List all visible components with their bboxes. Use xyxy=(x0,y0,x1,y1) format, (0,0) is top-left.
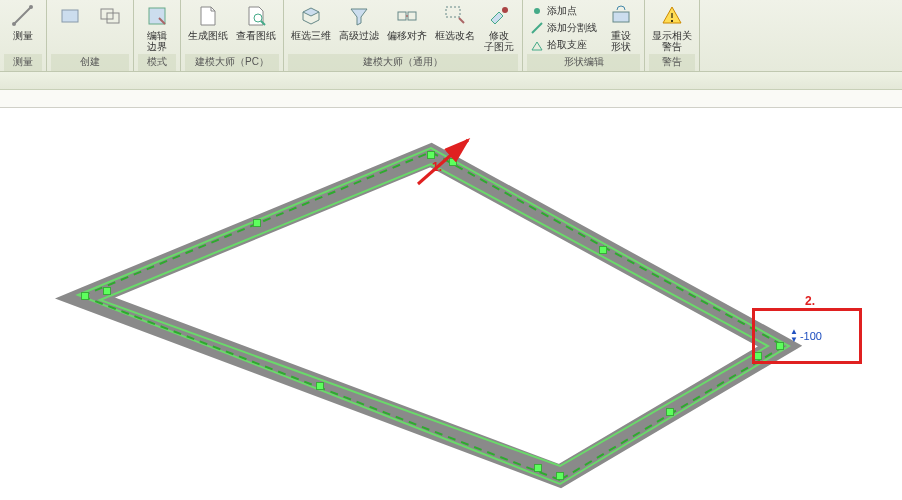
filter-label: 高级过滤 xyxy=(339,30,379,41)
svg-line-0 xyxy=(14,7,31,24)
warning-icon xyxy=(660,4,684,28)
shape-handle[interactable] xyxy=(556,472,564,480)
svg-point-13 xyxy=(502,7,508,13)
modify-sub-label: 修改 子图元 xyxy=(484,30,514,52)
svg-point-14 xyxy=(534,8,540,14)
ribbon-group-pc: 生成图纸 查看图纸 建模大师（PC） xyxy=(181,0,284,71)
modify-sub-button[interactable]: 修改 子图元 xyxy=(480,2,518,54)
elevation-value: -100 xyxy=(800,330,822,342)
spinner-down-icon[interactable]: ▼ xyxy=(790,336,798,344)
pick-support-icon xyxy=(530,38,544,52)
gen-drawing-button[interactable]: 生成图纸 xyxy=(185,2,231,43)
edit-boundary-label: 编辑 边界 xyxy=(147,30,167,52)
ribbon-group-label: 警告 xyxy=(649,54,695,71)
add-point-icon xyxy=(530,4,544,18)
create1-icon xyxy=(58,4,82,28)
svg-line-15 xyxy=(532,23,542,33)
create2-button[interactable] xyxy=(91,2,129,32)
annotation-label-1: 1. xyxy=(432,160,442,174)
svg-rect-3 xyxy=(62,10,78,22)
box3d-button[interactable]: 框选三维 xyxy=(288,2,334,43)
box-rename-label: 框选改名 xyxy=(435,30,475,41)
shape-handle[interactable] xyxy=(534,464,542,472)
measure-button[interactable]: 测量 xyxy=(4,2,42,43)
svg-rect-9 xyxy=(398,12,406,20)
svg-point-1 xyxy=(12,22,16,26)
measure-label: 测量 xyxy=(13,30,33,41)
pick-support-button[interactable]: 拾取支座 xyxy=(527,37,600,53)
ribbon-group-create: 创建 xyxy=(47,0,134,71)
add-split-label: 添加分割线 xyxy=(547,21,597,35)
box3d-icon xyxy=(299,4,323,28)
svg-point-18 xyxy=(671,20,673,22)
shape-handle[interactable] xyxy=(427,151,435,159)
add-point-button[interactable]: 添加点 xyxy=(527,3,600,19)
gen-drawing-label: 生成图纸 xyxy=(188,30,228,41)
view-drawing-label: 查看图纸 xyxy=(236,30,276,41)
filter-icon xyxy=(347,4,371,28)
ribbon-group-label: 创建 xyxy=(51,54,129,71)
ribbon-group-label: 测量 xyxy=(4,54,42,71)
ribbon-group-label: 形状编辑 xyxy=(527,54,640,71)
create1-button[interactable] xyxy=(51,2,89,32)
show-warning-button[interactable]: 显示相关 警告 xyxy=(649,2,695,54)
box-rename-button[interactable]: 框选改名 xyxy=(432,2,478,43)
reset-shape-label: 重设 形状 xyxy=(611,30,631,52)
shape-handle[interactable] xyxy=(599,246,607,254)
filter-button[interactable]: 高级过滤 xyxy=(336,2,382,43)
gen-drawing-icon xyxy=(196,4,220,28)
shape-handle[interactable] xyxy=(449,158,457,166)
ribbon-group-label: 建模大师（PC） xyxy=(185,54,279,71)
spinner-arrows[interactable]: ▲ ▼ xyxy=(790,328,798,344)
view-drawing-icon xyxy=(244,4,268,28)
annotation-label-2: 2. xyxy=(805,294,815,308)
offset-align-button[interactable]: 偏移对齐 xyxy=(384,2,430,43)
svg-point-2 xyxy=(29,5,33,9)
edit-boundary-icon xyxy=(145,4,169,28)
sub-ribbon-bar xyxy=(0,72,902,90)
ribbon-group-warning: 显示相关 警告 警告 xyxy=(645,0,700,71)
ribbon-group-mode: 编辑 边界 模式 xyxy=(134,0,181,71)
ribbon-group-shape-edit: 添加点 添加分割线 拾取支座 重设 形状 形状编辑 xyxy=(523,0,645,71)
shape-handle[interactable] xyxy=(253,219,261,227)
shape-handle[interactable] xyxy=(316,382,324,390)
create2-icon xyxy=(98,4,122,28)
svg-rect-16 xyxy=(613,12,629,22)
shape-handle[interactable] xyxy=(103,287,111,295)
pick-support-label: 拾取支座 xyxy=(547,38,587,52)
add-point-label: 添加点 xyxy=(547,4,577,18)
box-rename-icon xyxy=(443,4,467,28)
svg-rect-10 xyxy=(408,12,416,20)
elevation-value-control[interactable]: ▲ ▼ -100 xyxy=(790,328,822,344)
measure-icon xyxy=(11,4,35,28)
add-split-icon xyxy=(530,21,544,35)
reset-shape-icon xyxy=(609,4,633,28)
modify-sub-icon xyxy=(487,4,511,28)
svg-line-20 xyxy=(431,152,784,346)
edit-boundary-button[interactable]: 编辑 边界 xyxy=(138,2,176,54)
svg-rect-12 xyxy=(446,7,460,17)
offset-align-icon xyxy=(395,4,419,28)
viewport-canvas[interactable]: 1. 2. ▲ ▼ -100 xyxy=(0,108,902,500)
add-split-button[interactable]: 添加分割线 xyxy=(527,20,600,36)
ribbon-group-label: 模式 xyxy=(138,54,176,71)
ribbon-group-general: 框选三维 高级过滤 偏移对齐 框选改名 xyxy=(284,0,523,71)
ribbon-toolbar: 测量 测量 创建 编辑 边界 xyxy=(0,0,902,72)
options-bar xyxy=(0,90,902,108)
shape-handle[interactable] xyxy=(666,408,674,416)
show-warning-label: 显示相关 警告 xyxy=(652,30,692,52)
ribbon-group-label: 建模大师（通用） xyxy=(288,54,518,71)
offset-align-label: 偏移对齐 xyxy=(387,30,427,41)
slab-shape xyxy=(0,108,902,500)
box3d-label: 框选三维 xyxy=(291,30,331,41)
shape-handle[interactable] xyxy=(81,292,89,300)
view-drawing-button[interactable]: 查看图纸 xyxy=(233,2,279,43)
reset-shape-button[interactable]: 重设 形状 xyxy=(602,2,640,54)
ribbon-group-measure: 测量 测量 xyxy=(0,0,47,71)
